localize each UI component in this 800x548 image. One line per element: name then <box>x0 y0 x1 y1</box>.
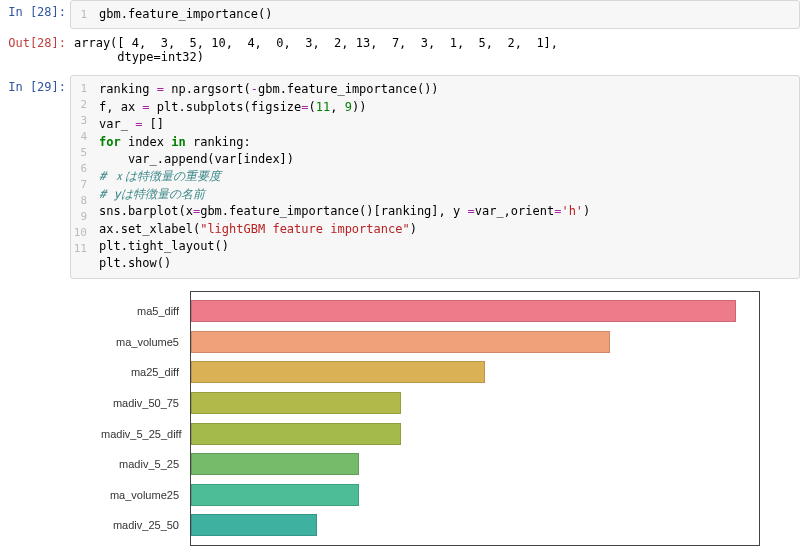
code-input-28[interactable]: 1 gbm.feature_importance() <box>70 0 800 29</box>
chart-output: ma5_diffma_volume5ma25_diffmadiv_50_75ma… <box>100 285 770 548</box>
bar <box>191 331 610 353</box>
cell-in-29: In [29]: 1 2 3 4 5 6 7 8 9 10 11 ranking… <box>0 75 800 278</box>
line-gutter: 1 <box>71 3 93 26</box>
prompt-in-29: In [29]: <box>0 75 70 94</box>
bar <box>191 484 359 506</box>
bar <box>191 423 401 445</box>
bar-category-label: madiv_50_75 <box>101 397 185 409</box>
cell-out-28: Out[28]: array([ 4, 3, 5, 10, 4, 0, 3, 2… <box>0 31 800 69</box>
bar-row: madiv_5_25 <box>191 450 759 478</box>
output-28: array([ 4, 3, 5, 10, 4, 0, 3, 2, 13, 7, … <box>70 31 800 69</box>
prompt-in-28: In [28]: <box>0 0 70 19</box>
code-input-29[interactable]: 1 2 3 4 5 6 7 8 9 10 11 ranking = np.arg… <box>70 75 800 278</box>
line-gutter: 1 2 3 4 5 6 7 8 9 10 11 <box>71 78 93 275</box>
bar-category-label: ma5_diff <box>101 305 185 317</box>
code-text-29: ranking = np.argsort(-gbm.feature_import… <box>93 78 799 275</box>
bar-category-label: madiv_5_25_diff <box>101 428 185 440</box>
bar <box>191 514 317 536</box>
bar-row: ma_volume25 <box>191 481 759 509</box>
bar <box>191 300 736 322</box>
bar <box>191 361 485 383</box>
bar-category-label: ma_volume5 <box>101 336 185 348</box>
bar-row: madiv_5_25_diff <box>191 420 759 448</box>
bar-row: ma5_diff <box>191 297 759 325</box>
bar-row: madiv_50_75 <box>191 389 759 417</box>
bar <box>191 453 359 475</box>
bar-category-label: ma25_diff <box>101 366 185 378</box>
code-text: gbm.feature_importance() <box>93 3 799 26</box>
bar-row: ma_volume5 <box>191 328 759 356</box>
prompt-out-28: Out[28]: <box>0 31 70 50</box>
bar-category-label: madiv_5_25 <box>101 458 185 470</box>
bar <box>191 392 401 414</box>
bar-row: madiv_25_50 <box>191 511 759 539</box>
bar-category-label: madiv_25_50 <box>101 519 185 531</box>
bar-category-label: ma_volume25 <box>101 489 185 501</box>
cell-in-28: In [28]: 1 gbm.feature_importance() <box>0 0 800 29</box>
bar-row: ma25_diff <box>191 358 759 386</box>
bar-chart: ma5_diffma_volume5ma25_diffmadiv_50_75ma… <box>190 291 760 546</box>
